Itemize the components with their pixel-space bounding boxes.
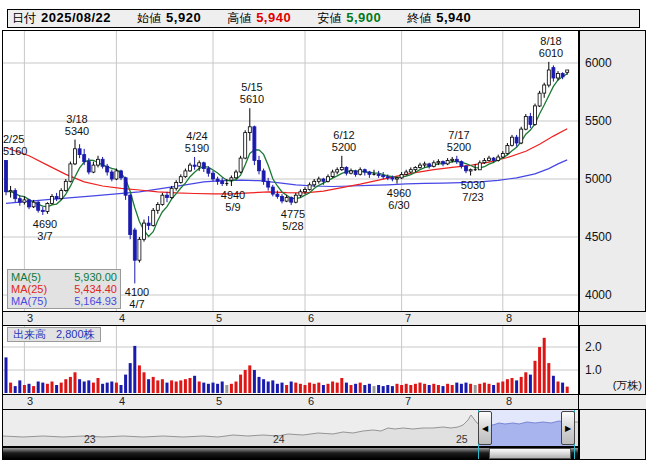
volume-tick-label: 2.0 [585, 340, 602, 354]
volume-unit-label: (万株) [613, 378, 642, 393]
month-tick-label: 7 [405, 312, 411, 325]
ma25-label: MA(25) [11, 283, 47, 295]
nav-year-label: 25 [456, 433, 468, 445]
high-value: 5,940 [256, 10, 291, 25]
annotation-label: 8/186010 [539, 35, 563, 59]
month-tick-label: 3 [27, 395, 33, 408]
scrollbar-thumb[interactable] [489, 448, 571, 459]
open-label: 始値 [137, 10, 161, 27]
month-tick-label: 8 [506, 312, 512, 325]
ma75-label: MA(75) [11, 295, 47, 307]
ma25-value: 5,434.40 [74, 283, 117, 295]
arrow-right-icon: ▶ [565, 424, 571, 433]
annotation-label: 41004/7 [125, 286, 149, 310]
volume-tick-label: 1.0 [585, 363, 602, 377]
price-tick-label: 5500 [585, 114, 612, 128]
annotation-label: 49405/9 [221, 189, 245, 213]
annotation-label: 6/125200 [332, 129, 356, 153]
month-axis-top: 345678 [2, 312, 579, 325]
price-tick-label: 4500 [585, 230, 612, 244]
annotation-label: 5/155610 [240, 81, 264, 105]
range-navigator[interactable]: 232425 [2, 409, 579, 447]
volume-label-box: 出来高2,800株 [7, 327, 101, 342]
date-value: 2025/08/22 [41, 10, 111, 25]
ma25-row: MA(25) 5,434.40 [11, 283, 117, 295]
month-tick-label: 5 [216, 395, 222, 408]
open-value: 5,920 [166, 10, 201, 25]
ma5-label: MA(5) [11, 271, 41, 283]
date-label: 日付 [12, 10, 36, 27]
month-axis-bottom: 345678 [2, 395, 579, 409]
month-tick-label: 7 [405, 395, 411, 408]
close-value: 5,940 [436, 10, 471, 25]
quote-date: 日付 2025/08/22 [12, 10, 111, 27]
low-label: 安値 [317, 10, 341, 27]
month-tick-label: 6 [308, 312, 314, 325]
price-tick-label: 6000 [585, 56, 612, 70]
ma75-value: 5,164.93 [74, 295, 117, 307]
annotation-label: 47755/28 [281, 208, 305, 232]
nav-handle-right[interactable]: ▶ [561, 411, 575, 445]
price-tick-label: 5000 [585, 172, 612, 186]
price-axis-gutter: 60005500500045004000 [579, 30, 646, 312]
volume-title: 出来高 [13, 328, 46, 340]
month-axis-top-gutter [579, 312, 646, 325]
close-label: 終値 [407, 10, 431, 27]
month-tick-label: 4 [119, 312, 125, 325]
annotation-label: 2/255160 [3, 133, 27, 157]
volume-value: 2,800株 [56, 328, 95, 340]
stock-chart-window: 日付 2025/08/22 始値 5,920 高値 5,940 安値 5,900… [0, 0, 653, 470]
month-tick-label: 3 [27, 312, 33, 325]
annotation-label: 7/175200 [447, 129, 471, 153]
low-value: 5,900 [346, 10, 381, 25]
ma5-value: 5,930.00 [74, 271, 117, 283]
quote-low: 安値 5,900 [317, 10, 381, 27]
month-tick-label: 5 [216, 312, 222, 325]
nav-handle-left[interactable]: ◀ [478, 411, 492, 445]
arrow-left-icon: ◀ [482, 424, 488, 433]
month-tick-label: 8 [506, 395, 512, 408]
annotation-label: 4/245190 [185, 130, 209, 154]
quote-close: 終値 5,940 [407, 10, 471, 27]
ma5-row: MA(5) 5,930.00 [11, 271, 117, 283]
ma-legend: MA(5) 5,930.00 MA(25) 5,434.40 MA(75) 5,… [7, 269, 121, 309]
month-tick-label: 4 [119, 395, 125, 408]
month-tick-label: 6 [308, 395, 314, 408]
navigator-gutter [579, 409, 646, 460]
quote-high: 高値 5,940 [227, 10, 291, 27]
ma75-row: MA(75) 5,164.93 [11, 295, 117, 307]
nav-year-label: 24 [273, 433, 285, 445]
volume-axis-gutter: 2.01.0(万株) [579, 325, 646, 395]
nav-year-label: 23 [84, 433, 96, 445]
price-tick-label: 4000 [585, 288, 612, 302]
annotation-label: 46903/7 [33, 218, 57, 242]
annotation-label: 3/185340 [65, 113, 89, 137]
quote-open: 始値 5,920 [137, 10, 201, 27]
high-label: 高値 [227, 10, 251, 27]
annotation-label: 49606/30 [387, 187, 411, 211]
quote-header: 日付 2025/08/22 始値 5,920 高値 5,940 安値 5,900… [7, 9, 640, 28]
annotation-label: 50307/23 [461, 179, 485, 203]
month-axis-bottom-gutter [579, 395, 646, 409]
